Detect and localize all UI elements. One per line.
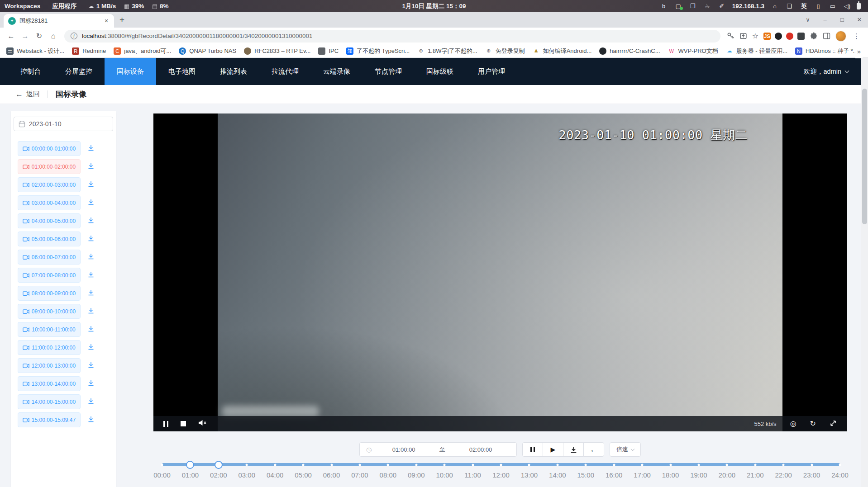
- download-recording-button[interactable]: [86, 416, 95, 425]
- side-panel-icon[interactable]: [823, 33, 830, 39]
- screenshot-tool-icon[interactable]: ▢: [672, 3, 684, 9]
- bookmark-item[interactable]: hairrrrr/C-CrashC...: [599, 47, 660, 55]
- new-tab-button[interactable]: +: [119, 15, 124, 25]
- nav-item[interactable]: 控制台: [8, 58, 53, 85]
- bookmark-item[interactable]: W WVP-PRO文档: [668, 47, 718, 55]
- download-recording-button[interactable]: [86, 253, 95, 262]
- password-key-icon[interactable]: [727, 32, 734, 40]
- tab-close-icon[interactable]: ✕: [102, 17, 110, 25]
- download-recording-button[interactable]: [86, 199, 95, 208]
- bookmark-item[interactable]: ⊕ 免登录复制: [485, 47, 525, 55]
- player-refresh-button[interactable]: ↻: [810, 420, 816, 427]
- ext-js-icon[interactable]: JS: [763, 33, 771, 40]
- recording-segment-button[interactable]: 09:00:00-10:00:00: [18, 304, 81, 319]
- browser-forward-button[interactable]: →: [19, 29, 32, 43]
- recording-segment-button[interactable]: 00:00:00-01:00:00: [18, 141, 81, 156]
- bookmark-item[interactable]: RFC2833 – RTP Ev...: [244, 47, 310, 55]
- playback-speed-button[interactable]: 倍速: [610, 442, 641, 457]
- ext-square-dark-icon[interactable]: [797, 33, 805, 40]
- player-pause-button[interactable]: [163, 421, 168, 427]
- extensions-puzzle-icon[interactable]: [810, 32, 818, 40]
- bookmark-item[interactable]: ☰ Webstack - 设计...: [6, 47, 64, 55]
- page-scrollbar[interactable]: [861, 58, 868, 487]
- user-menu[interactable]: 欢迎，admin: [804, 67, 861, 76]
- download-recording-button[interactable]: [86, 162, 95, 171]
- volume-icon[interactable]: ◁): [841, 3, 853, 9]
- browser-back-button[interactable]: ←: [5, 29, 18, 43]
- bookmark-item[interactable]: 知 了不起的 TypeScri...: [346, 47, 410, 55]
- download-recording-button[interactable]: [86, 343, 95, 352]
- player-stop-button[interactable]: [181, 421, 186, 426]
- site-info-icon[interactable]: i: [71, 33, 77, 39]
- coffee-icon[interactable]: ☕: [701, 3, 713, 9]
- download-recording-button[interactable]: [86, 180, 95, 189]
- profile-avatar[interactable]: [835, 31, 846, 42]
- play-button[interactable]: ▶: [543, 442, 563, 457]
- scrollbar-thumb[interactable]: [862, 89, 867, 224]
- ip-address-indicator[interactable]: 192.168.1.3: [730, 3, 766, 9]
- player-mute-button[interactable]: [198, 420, 207, 428]
- phone-link-icon[interactable]: ▯: [812, 3, 824, 9]
- recording-segment-button[interactable]: 01:00:00-02:00:00: [18, 159, 81, 174]
- window-close-button[interactable]: ✕: [851, 12, 868, 28]
- download-recording-button[interactable]: [86, 271, 95, 280]
- recording-segment-button[interactable]: 13:00:00-14:00:00: [18, 376, 81, 391]
- recording-segment-button[interactable]: 07:00:00-08:00:00: [18, 268, 81, 283]
- seek-back-button[interactable]: ←: [583, 442, 604, 457]
- start-time-value[interactable]: 01:00:00: [374, 446, 433, 453]
- download-recording-button[interactable]: [86, 361, 95, 370]
- bookmark-item[interactable]: ♟ 如何编译Android...: [533, 47, 592, 55]
- recording-segment-button[interactable]: 10:00:00-11:00:00: [18, 322, 81, 337]
- workspaces-button[interactable]: Workspaces: [5, 3, 40, 9]
- ext-circle-red-icon[interactable]: [786, 33, 793, 40]
- bookmark-item[interactable]: R Redmine: [72, 47, 106, 55]
- workspaces-switcher-icon[interactable]: ❏: [783, 3, 795, 9]
- recording-segment-button[interactable]: 03:00:00-04:00:00: [18, 195, 81, 210]
- nav-item[interactable]: 节点管理: [362, 58, 414, 85]
- download-recording-button[interactable]: [86, 397, 95, 407]
- browser-reload-button[interactable]: ↻: [33, 29, 46, 43]
- download-recording-button[interactable]: [86, 325, 95, 334]
- bookmark-item[interactable]: ⊕ 1.8W字|了不起的...: [417, 47, 477, 55]
- clock[interactable]: 1月10日 星期二 15：09: [402, 2, 466, 10]
- nav-item[interactable]: 国标设备: [105, 58, 156, 85]
- timeline-handle[interactable]: [215, 461, 223, 469]
- nav-item[interactable]: 分屏监控: [53, 58, 105, 85]
- clipboard-icon[interactable]: ❐: [687, 3, 699, 9]
- back-button[interactable]: ← 返回: [15, 90, 40, 99]
- bookmark-star-icon[interactable]: ☆: [752, 32, 758, 40]
- download-recording-button[interactable]: [86, 307, 95, 316]
- url-input[interactable]: i localhost:38080/#/gbRecordDetail/34020…: [64, 30, 720, 43]
- browser-tab[interactable]: ✦ 国标28181 ✕: [4, 14, 114, 28]
- date-picker-input[interactable]: 2023-01-10: [14, 117, 113, 131]
- nav-item[interactable]: 用户管理: [466, 58, 517, 85]
- fullscreen-button[interactable]: [830, 420, 837, 428]
- bing-icon[interactable]: b: [658, 3, 670, 9]
- recording-segment-button[interactable]: 02:00:00-03:00:00: [18, 177, 81, 192]
- nav-item[interactable]: 推流列表: [208, 58, 259, 85]
- nav-item[interactable]: 电子地图: [156, 58, 208, 85]
- display-icon[interactable]: ▭: [827, 3, 839, 9]
- download-recording-button[interactable]: [86, 289, 95, 298]
- share-icon[interactable]: [739, 32, 747, 40]
- recording-segment-button[interactable]: 04:00:00-05:00:00: [18, 213, 81, 228]
- recording-segment-button[interactable]: 08:00:00-09:00:00: [18, 286, 81, 301]
- tab-search-chevron-icon[interactable]: ∨: [799, 12, 816, 28]
- nav-item[interactable]: 云端录像: [311, 58, 362, 85]
- nav-item[interactable]: 国标级联: [414, 58, 466, 85]
- download-button[interactable]: [563, 442, 584, 457]
- nav-item[interactable]: 拉流代理: [259, 58, 311, 85]
- pause-button[interactable]: [522, 442, 543, 457]
- recording-segment-button[interactable]: 14:00:00-15:00:00: [18, 394, 81, 409]
- window-maximize-button[interactable]: □: [834, 12, 851, 28]
- time-range-input[interactable]: ◷ 01:00:00 至 02:00:00: [359, 442, 517, 457]
- bookmark-item[interactable]: N HDAtmos :: 种子 *...: [795, 47, 858, 55]
- bookmark-item[interactable]: IPC: [318, 47, 339, 55]
- bookmark-item[interactable]: ☁ 服务器 - 轻量应用...: [726, 47, 787, 55]
- timeline-handle[interactable]: [186, 461, 194, 469]
- input-language-indicator[interactable]: 英: [798, 2, 810, 10]
- recording-segment-button[interactable]: 11:00:00-12:00:00: [18, 340, 81, 355]
- download-recording-button[interactable]: [86, 144, 95, 153]
- bookmark-item[interactable]: Q QNAP Turbo NAS: [179, 47, 236, 55]
- home-icon[interactable]: ⌂: [769, 3, 781, 9]
